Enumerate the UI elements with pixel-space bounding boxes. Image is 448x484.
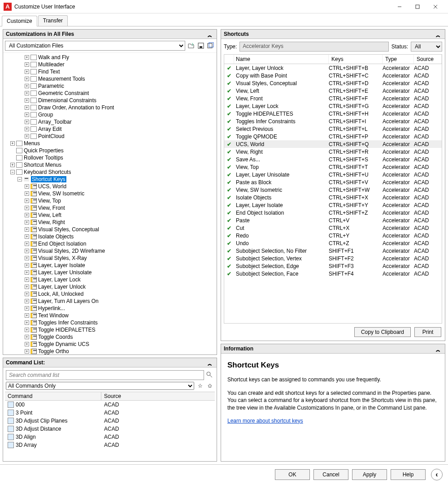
- command-filter-select[interactable]: All Commands Only: [6, 382, 194, 390]
- tree-item[interactable]: +Measurement Tools: [3, 75, 217, 82]
- col-type[interactable]: Type: [383, 55, 414, 64]
- collapse-icon[interactable]: [208, 360, 214, 365]
- expander-icon[interactable]: +: [25, 306, 29, 311]
- star-icon[interactable]: ☆: [196, 382, 204, 390]
- shortcut-row[interactable]: Layer, Layer LockCTRL+SHIFT+GAccelerator…: [224, 102, 442, 110]
- shortcut-row[interactable]: CutCTRL+XAcceleratorACAD: [224, 224, 442, 232]
- search-icon[interactable]: [206, 371, 214, 379]
- collapse-icon[interactable]: [436, 32, 442, 36]
- print-button[interactable]: Print: [414, 327, 441, 337]
- shortcut-row[interactable]: Layer, Layer UnisolateCTRL+SHIFT+UAccele…: [224, 171, 442, 178]
- shortcut-row[interactable]: Toggles Infer ConstraintsCTRL+SHIFT+IAcc…: [224, 117, 442, 125]
- shortcut-row[interactable]: Isolate ObjectsCTRL+SHIFT+XAcceleratorAC…: [224, 194, 442, 201]
- tree-item[interactable]: +Toggles Infer Constraints: [3, 319, 217, 326]
- customizations-panel-header[interactable]: Customizations in All Files: [3, 30, 217, 39]
- shortcut-row[interactable]: Copy with Base PointCTRL+SHIFT+CAccelera…: [224, 72, 442, 79]
- tree-item[interactable]: +PointCloud: [3, 133, 217, 140]
- open-file-icon[interactable]: [187, 42, 195, 50]
- expander-icon[interactable]: +: [25, 69, 29, 74]
- expander-icon[interactable]: +: [25, 206, 29, 210]
- expander-icon[interactable]: +: [25, 84, 29, 88]
- copy-clipboard-button[interactable]: Copy to Clipboard: [354, 327, 411, 337]
- tree-item[interactable]: +Toggle HIDEPALETTES: [3, 326, 217, 333]
- tree-item[interactable]: +Layer, Layer Unlock: [3, 283, 217, 290]
- save-all-icon[interactable]: [207, 42, 215, 50]
- tree-item[interactable]: +Isolate Objects: [3, 233, 217, 240]
- expander-icon[interactable]: +: [25, 112, 29, 117]
- expander-icon[interactable]: +: [10, 141, 15, 146]
- expander-icon[interactable]: +: [25, 342, 29, 346]
- tree-item[interactable]: −Shortcut Keys: [3, 176, 217, 183]
- tree-item[interactable]: +Visual Styles, Conceptual: [3, 226, 217, 233]
- shortcut-row[interactable]: View, LeftCTRL+SHIFT+EAcceleratorACAD: [224, 87, 442, 95]
- tree-item[interactable]: +End Object Isolation: [3, 240, 217, 247]
- shortcut-row[interactable]: Save As...CTRL+SHIFT+SAcceleratorACAD: [224, 156, 442, 163]
- tree-item[interactable]: +Multileader: [3, 61, 217, 68]
- shortcut-row[interactable]: UndoCTRL+ZAcceleratorACAD: [224, 239, 442, 247]
- expander-icon[interactable]: +: [25, 349, 29, 354]
- expander-icon[interactable]: +: [10, 163, 15, 167]
- tree-item[interactable]: +View, Left: [3, 212, 217, 219]
- tree-item[interactable]: Rollover Tooltips: [3, 154, 217, 161]
- expander-icon[interactable]: +: [25, 277, 29, 282]
- tree-item[interactable]: +Text Window: [3, 312, 217, 319]
- shortcuts-panel-header[interactable]: Shortcuts: [221, 30, 445, 39]
- expander-icon[interactable]: +: [25, 77, 29, 81]
- command-row[interactable]: 3D Adjust Clip PlanesACAD: [5, 417, 215, 425]
- shortcut-row[interactable]: Toggle QPMODECTRL+SHIFT+PAcceleratorACAD: [224, 133, 442, 140]
- shortcut-row[interactable]: View, TopCTRL+SHIFT+TAcceleratorACAD: [224, 163, 442, 171]
- col-source[interactable]: Source: [101, 392, 215, 400]
- expander-icon[interactable]: +: [25, 127, 29, 131]
- tree-item[interactable]: Quick Properties: [3, 147, 217, 154]
- tree-item[interactable]: +View, Right: [3, 219, 217, 226]
- tree-item[interactable]: +Layer, Layer Isolate: [3, 262, 217, 269]
- command-row[interactable]: 3 PointACAD: [5, 409, 215, 417]
- shortcut-row[interactable]: Subobject Selection, No FilterSHIFT+F1Ac…: [224, 247, 442, 255]
- tree-item[interactable]: +Visual Styles, 2D Wireframe: [3, 247, 217, 255]
- col-name[interactable]: Name: [234, 55, 329, 64]
- expander-icon[interactable]: +: [25, 62, 29, 67]
- expander-icon[interactable]: +: [25, 242, 29, 246]
- customization-files-select[interactable]: All Customization Files: [5, 41, 185, 51]
- expander-icon[interactable]: +: [25, 199, 29, 203]
- shortcut-row[interactable]: End Object IsolationCTRL+SHIFT+ZAccelera…: [224, 209, 442, 216]
- expander-icon[interactable]: −: [17, 177, 22, 182]
- tree-item[interactable]: +Layer, Layer Lock: [3, 276, 217, 283]
- apply-button[interactable]: Apply: [352, 469, 387, 480]
- command-rows[interactable]: 000ACAD3 PointACAD3D Adjust Clip PlanesA…: [5, 401, 215, 459]
- tree-item[interactable]: +Walk and Fly: [3, 54, 217, 61]
- information-panel-header[interactable]: Information: [221, 344, 445, 354]
- shortcut-row[interactable]: UCS, WorldCTRL+SHIFT+QAcceleratorACAD: [224, 140, 442, 148]
- expander-icon[interactable]: +: [25, 285, 29, 289]
- tree-item[interactable]: +UCS, World: [3, 183, 217, 190]
- shortcut-row[interactable]: View, SW IsometricCTRL+SHIFT+WAccelerato…: [224, 186, 442, 194]
- search-input[interactable]: [6, 370, 204, 380]
- tree-item[interactable]: +Visual Styles, X-Ray: [3, 255, 217, 262]
- star-add-icon[interactable]: ✩: [206, 382, 214, 390]
- tree-item[interactable]: +Hyperlink...: [3, 305, 217, 312]
- expander-icon[interactable]: +: [25, 55, 29, 60]
- tree-item[interactable]: +Toggle Ortho: [3, 348, 217, 354]
- tree-item[interactable]: +View, Front: [3, 204, 217, 212]
- tree-item[interactable]: +View, Top: [3, 197, 217, 204]
- shortcut-row[interactable]: Layer, Layer IsolateCTRL+SHIFT+YAccelera…: [224, 201, 442, 209]
- shortcut-row[interactable]: Subobject Selection, VertexSHIFT+F2Accel…: [224, 255, 442, 262]
- expander-icon[interactable]: +: [25, 249, 29, 253]
- save-icon[interactable]: [197, 42, 205, 50]
- expander-icon[interactable]: +: [25, 227, 29, 232]
- expander-icon[interactable]: +: [25, 263, 29, 268]
- shortcut-row[interactable]: Visual Styles, ConceptualCTRL+SHIFT+DAcc…: [224, 79, 442, 87]
- expander-icon[interactable]: +: [25, 335, 29, 339]
- shortcut-row[interactable]: Subobject Selection, EdgeSHIFT+F3Acceler…: [224, 262, 442, 270]
- tree-item[interactable]: +Parametric: [3, 82, 217, 90]
- minimize-button[interactable]: [391, 0, 409, 13]
- command-row[interactable]: 3D Adjust DistanceACAD: [5, 425, 215, 433]
- shortcuts-rows[interactable]: Layer, Layer UnlockCTRL+SHIFT+BAccelerat…: [224, 64, 442, 323]
- shortcut-row[interactable]: RedoCTRL+YAcceleratorACAD: [224, 232, 442, 239]
- expander-icon[interactable]: +: [25, 292, 29, 296]
- tree-item[interactable]: +Dimensional Constraints: [3, 97, 217, 104]
- expander-icon[interactable]: +: [25, 120, 29, 124]
- ok-button[interactable]: OK: [275, 469, 310, 480]
- tree-item[interactable]: +Array Edit: [3, 125, 217, 133]
- expander-icon[interactable]: +: [25, 134, 29, 138]
